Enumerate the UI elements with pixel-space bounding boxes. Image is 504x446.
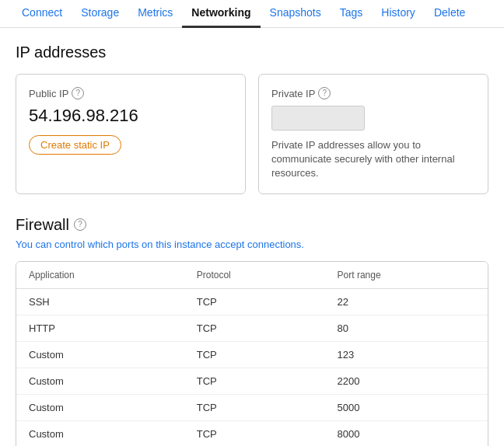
nav-connect[interactable]: Connect	[12, 0, 72, 28]
table-header-row: Application Protocol Port range	[16, 262, 488, 289]
table-row: HTTP TCP 80	[16, 315, 488, 341]
private-ip-card: Private IP ? Private IP addresses allow …	[258, 74, 488, 194]
main-content: IP addresses Public IP ? 54.196.98.216 C…	[0, 28, 504, 446]
private-ip-help-icon[interactable]: ?	[318, 87, 331, 99]
nav-tags[interactable]: Tags	[331, 0, 373, 28]
col-protocol: Protocol	[184, 262, 325, 289]
cell-application: HTTP	[16, 315, 184, 341]
firewall-description: You can control which ports on this inst…	[16, 239, 488, 250]
create-static-ip-button[interactable]: Create static IP	[29, 135, 121, 155]
private-ip-description: Private IP addresses allow you to commun…	[271, 138, 475, 181]
private-ip-input-box	[271, 106, 365, 131]
cell-port: 123	[325, 341, 488, 368]
firewall-help-icon[interactable]: ?	[74, 218, 86, 231]
cell-application: SSH	[16, 288, 184, 315]
public-ip-help-icon[interactable]: ?	[72, 87, 84, 99]
nav-history[interactable]: History	[372, 0, 425, 28]
nav-storage[interactable]: Storage	[72, 0, 128, 28]
firewall-table-wrapper: Application Protocol Port range SSH TCP …	[16, 261, 488, 446]
cell-port: 2200	[325, 368, 488, 394]
firewall-table: Application Protocol Port range SSH TCP …	[16, 262, 488, 446]
cell-application: Custom	[16, 368, 184, 394]
cell-application: Custom	[16, 341, 184, 368]
table-row: Custom TCP 8000	[16, 420, 488, 446]
table-row: SSH TCP 22	[16, 288, 488, 315]
cell-port: 8000	[325, 420, 488, 446]
ip-cards: Public IP ? 54.196.98.216 Create static …	[16, 74, 488, 194]
public-ip-label: Public IP ?	[29, 87, 233, 99]
nav-delete[interactable]: Delete	[425, 0, 474, 28]
cell-protocol: TCP	[184, 368, 325, 394]
cell-port: 5000	[325, 394, 488, 420]
table-row: Custom TCP 5000	[16, 394, 488, 420]
cell-protocol: TCP	[184, 420, 325, 446]
public-ip-card: Public IP ? 54.196.98.216 Create static …	[16, 74, 246, 194]
cell-protocol: TCP	[184, 288, 325, 315]
col-port-range: Port range	[325, 262, 488, 289]
cell-protocol: TCP	[184, 341, 325, 368]
firewall-title: Firewall ?	[16, 216, 488, 234]
nav-snapshots[interactable]: Snapshots	[261, 0, 331, 28]
cell-application: Custom	[16, 394, 184, 420]
top-navigation: Connect Storage Metrics Networking Snaps…	[0, 0, 504, 28]
nav-metrics[interactable]: Metrics	[128, 0, 182, 28]
cell-protocol: TCP	[184, 315, 325, 341]
table-row: Custom TCP 2200	[16, 368, 488, 394]
cell-protocol: TCP	[184, 394, 325, 420]
cell-application: Custom	[16, 420, 184, 446]
private-ip-label: Private IP ?	[271, 87, 475, 99]
cell-port: 80	[325, 315, 488, 341]
nav-networking[interactable]: Networking	[182, 0, 260, 28]
col-application: Application	[16, 262, 184, 289]
table-row: Custom TCP 123	[16, 341, 488, 368]
ip-section-title: IP addresses	[16, 44, 488, 61]
cell-port: 22	[325, 288, 488, 315]
public-ip-address: 54.196.98.216	[29, 106, 233, 126]
